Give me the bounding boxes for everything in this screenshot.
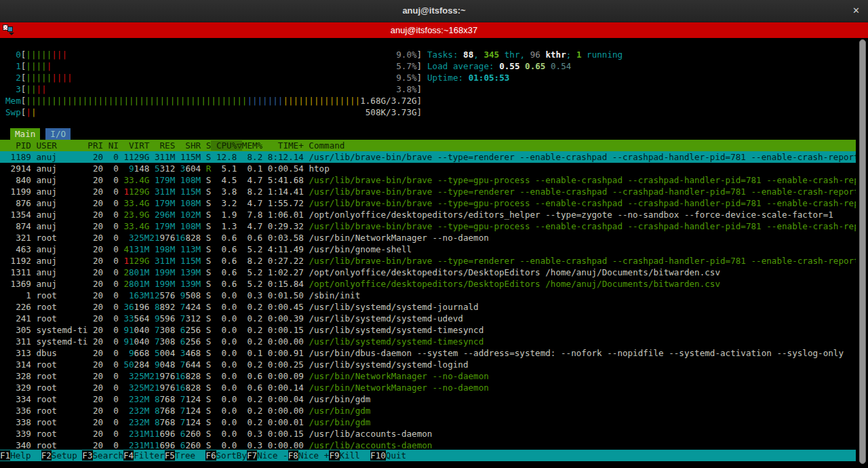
fkey-f3[interactable]: F3 xyxy=(82,450,92,461)
process-row-241[interactable]: 241 root 20 0 33564 9596 7312 S 0.0 0.2 … xyxy=(0,313,856,324)
fkey-label-sortby[interactable]: SortBy xyxy=(216,450,248,461)
meters-panel: 0[||||||||9.0%] 1[|||||5.7%] 2[|||||||||… xyxy=(5,49,422,118)
terminal-title-bar: anuj@itsfoss:~168x37 xyxy=(0,22,868,38)
process-row-339[interactable]: 339 root 20 0 231M11696 6260 S 0.0 0.3 0… xyxy=(0,428,856,440)
cpu-meter-3: 3[||||3.8%] xyxy=(5,83,422,95)
process-row-305[interactable]: 305 systemd-ti 20 0 91040 7308 6256 S 0.… xyxy=(0,324,856,336)
uptime-line: Uptime: 01:05:53 xyxy=(427,72,623,83)
fkey-label-filter[interactable]: Filter xyxy=(134,450,165,461)
process-row-840[interactable]: 840 anuj 20 0 33.4G 179M 108M S 4.5 4.7 … xyxy=(0,174,856,186)
scrollbar[interactable] xyxy=(859,39,866,464)
fkey-f7[interactable]: F7 xyxy=(247,450,257,461)
process-row-1311[interactable]: 1311 anuj 20 0 2801M 199M 139M S 0.6 5.2… xyxy=(0,267,856,278)
fkey-label-setup[interactable]: Setup xyxy=(52,450,83,461)
process-row-321[interactable]: 321 root 20 0 325M2197616828 S 0.6 0.6 0… xyxy=(0,232,856,243)
tasks-line: Tasks: 88, 345 thr, 96 kthr; 1 running xyxy=(427,49,623,60)
sort-column-cpu[interactable]: CPU%▽ xyxy=(211,140,242,151)
process-row-226[interactable]: 226 root 20 0 36196 8892 7424 S 0.0 0.2 … xyxy=(0,301,856,313)
fkey-label-quit[interactable]: Quit xyxy=(386,450,417,461)
process-row-874[interactable]: 874 anuj 20 0 33.4G 179M 108M S 1.3 4.7 … xyxy=(0,220,856,232)
process-table: 1189 anuj 20 0 1129G 311M 115M S 12.8 8.… xyxy=(0,151,856,451)
screen-tabs: MainI/O xyxy=(10,128,71,140)
process-row-329[interactable]: 329 root 20 0 325M2197616828 S 0.0 0.6 0… xyxy=(0,382,856,393)
function-key-bar: F1Help F2Setup F3SearchF4FilterF5Tree F6… xyxy=(0,450,856,461)
load-average-line: Load average: 0.55 0.65 0.54 xyxy=(427,60,623,72)
cpu-meter-0: 0[||||||||9.0%] xyxy=(5,49,422,60)
process-row-328[interactable]: 328 root 20 0 325M2197616828 S 0.0 0.6 0… xyxy=(0,370,856,382)
fkey-f2[interactable]: F2 xyxy=(41,450,52,461)
fkey-label-kill[interactable]: Kill xyxy=(340,450,371,461)
fkey-f10[interactable]: F10 xyxy=(370,450,386,461)
close-icon[interactable]: ✕ xyxy=(852,5,860,16)
htop-screen: 0[||||||||9.0%] 1[|||||5.7%] 2[|||||||||… xyxy=(0,38,868,468)
process-row-463[interactable]: 463 anuj 20 0 4131M 198M 113M S 0.6 5.2 … xyxy=(0,243,856,255)
terminal-title: anuj@itsfoss:~168x37 xyxy=(0,25,868,35)
memory-meter: Mem[||||||||||||||||||||||||||||||||||||… xyxy=(5,95,422,106)
fkey-f1[interactable]: F1 xyxy=(0,450,10,461)
fkey-f8[interactable]: F8 xyxy=(288,450,298,461)
process-row-1354[interactable]: 1354 anuj 20 0 23.9G 296M 102M S 1.9 7.8… xyxy=(0,209,856,220)
fkey-label-nice-[interactable]: Nice - xyxy=(257,450,288,461)
fkey-f4[interactable]: F4 xyxy=(123,450,134,461)
process-row-1192[interactable]: 1192 anuj 20 0 1129G 311M 115M S 0.6 8.2… xyxy=(0,255,856,267)
process-row-313[interactable]: 313 dbus 20 0 9668 5004 3468 S 0.0 0.1 0… xyxy=(0,347,856,359)
process-row-338[interactable]: 338 root 20 0 232M 8768 7124 S 0.0 0.2 0… xyxy=(0,416,856,428)
swap-meter: Swp[||508K/3.73G] xyxy=(5,106,422,118)
process-table-header[interactable]: PID USER PRI NI VIRT RES SHR S CPU%▽MEM%… xyxy=(0,140,856,151)
process-row-1369[interactable]: 1369 anuj 20 0 2801M 199M 139M S 0.6 5.2… xyxy=(0,278,856,290)
process-row-1189[interactable]: 1189 anuj 20 0 1129G 311M 115M S 12.8 8.… xyxy=(0,151,856,163)
fkey-label-tree[interactable]: Tree xyxy=(175,450,206,461)
process-row-311[interactable]: 311 systemd-ti 20 0 91040 7308 6256 S 0.… xyxy=(0,336,856,347)
fkey-f5[interactable]: F5 xyxy=(165,450,175,461)
process-row-334[interactable]: 334 root 20 0 232M 8768 7124 S 0.0 0.2 0… xyxy=(0,393,856,405)
process-row-336[interactable]: 336 root 20 0 232M 8768 7124 S 0.0 0.2 0… xyxy=(0,405,856,416)
window-titlebar[interactable]: anuj@itsfoss:~ ✕ xyxy=(0,0,868,22)
process-row-2914[interactable]: 2914 anuj 20 0 9148 5312 3604 R 5.1 0.1 … xyxy=(0,163,856,174)
cpu-meter-2: 2[|||||||||9.5%] xyxy=(5,72,422,83)
summary-panel: Tasks: 88, 345 thr, 96 kthr; 1 runningLo… xyxy=(427,49,623,83)
fkey-label-nice-[interactable]: Nice + xyxy=(298,450,330,461)
fkey-label-search[interactable]: Search xyxy=(93,450,124,461)
fkey-label-help[interactable]: Help xyxy=(10,450,41,461)
tab-main[interactable]: Main xyxy=(10,128,40,140)
fkey-f9[interactable]: F9 xyxy=(329,450,339,461)
window-title: anuj@itsfoss:~ xyxy=(0,5,868,16)
tab-io[interactable]: I/O xyxy=(45,128,71,140)
process-row-314[interactable]: 314 root 20 0 50284 9048 7644 S 0.0 0.2 … xyxy=(0,359,856,370)
process-row-1[interactable]: 1 root 20 0 163M12576 9508 S 0.0 0.3 0:0… xyxy=(0,290,856,301)
process-row-1199[interactable]: 1199 anuj 20 0 1129G 311M 115M S 3.8 8.2… xyxy=(0,186,856,197)
process-row-876[interactable]: 876 anuj 20 0 33.4G 179M 108M S 3.2 4.7 … xyxy=(0,197,856,209)
cpu-meter-1: 1[|||||5.7%] xyxy=(5,60,422,72)
fkey-f6[interactable]: F6 xyxy=(205,450,216,461)
